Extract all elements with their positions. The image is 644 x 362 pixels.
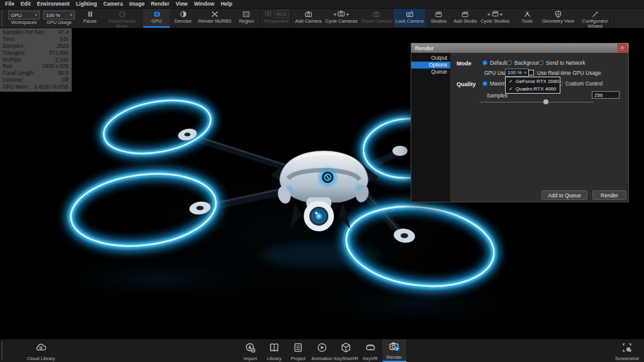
menu-lighting[interactable]: Lighting: [73, 0, 101, 8]
render-dialog-sidebar: Output Options Queue: [411, 53, 450, 202]
geometry-view-label: Geometry View: [542, 19, 574, 24]
dock-item-import[interactable]: Import: [238, 339, 262, 362]
cycle-studios-label: Cycle Studios: [480, 19, 509, 24]
gpu-usage-combo-value: 100 %: [508, 70, 522, 75]
next-arrow-icon[interactable]: ▸: [501, 11, 503, 17]
pause-button[interactable]: Pause: [77, 9, 103, 28]
play-icon: [316, 342, 328, 356]
shield-icon: [554, 10, 562, 18]
reset-camera-button[interactable]: Reset Camera: [360, 9, 394, 28]
realtime-gpu-usage-checkbox[interactable]: [528, 70, 534, 75]
stat-samples: Samples:2529: [3, 43, 69, 50]
toolbar-separator: [142, 10, 143, 26]
radio-default[interactable]: Default: [482, 60, 507, 66]
perspective-label: Perspective: [264, 19, 289, 24]
dock-drag-handle[interactable]: [1, 342, 3, 359]
radio-custom-control[interactable]: Custom Control: [558, 80, 602, 87]
check-icon: ✓: [509, 86, 513, 92]
pause-icon: [86, 10, 94, 18]
vr-headset-icon: [365, 342, 376, 356]
menu-render[interactable]: Render: [148, 0, 172, 8]
samples-slider-handle[interactable]: [543, 99, 548, 104]
perspective-control[interactable]: 50.0 Perspective: [262, 9, 291, 28]
workspaces-select[interactable]: GPU▾: [8, 11, 40, 19]
prev-arrow-icon[interactable]: ◂: [333, 11, 336, 17]
radio-dot: [482, 60, 487, 65]
gpu-device-dropdown: ✓ GeForce RTX 2080 ✓ Quadro RTX 4000: [505, 77, 560, 94]
prev-arrow-icon[interactable]: ◂: [487, 11, 490, 17]
denoise-button[interactable]: Denoise: [170, 9, 196, 28]
dropdown-item-quadro-rtx-4000[interactable]: ✓ Quadro RTX 4000: [506, 85, 560, 93]
book-icon: [269, 342, 280, 356]
render-nurbs-label: Render NURBS: [198, 19, 231, 24]
menu-image[interactable]: Image: [126, 0, 148, 8]
gpu-mode-label: GPU: [152, 19, 162, 24]
next-arrow-icon[interactable]: ▸: [347, 11, 349, 17]
close-icon[interactable]: x: [618, 44, 627, 52]
add-camera-button[interactable]: Add Camera: [293, 9, 323, 28]
toolbar-separator: [512, 10, 513, 26]
configurator-wizard-button[interactable]: Configurator Wizard: [576, 9, 614, 28]
dock-item-library[interactable]: Library: [262, 339, 286, 362]
radio-send-to-network[interactable]: Send to Network: [538, 60, 586, 66]
menu-camera[interactable]: Camera: [100, 0, 126, 8]
dock-item-keyvr[interactable]: KeyVR: [358, 339, 382, 362]
stat-time: Time:53s: [3, 36, 69, 43]
dropdown-item-geforce-rtx-2080[interactable]: ✓ GeForce RTX 2080: [506, 78, 560, 85]
performance-mode-button[interactable]: Performance Mode: [103, 9, 141, 28]
cycle-cameras-label: Cycle Cameras: [325, 19, 357, 24]
lock-camera-button[interactable]: Lock Camera: [394, 9, 426, 28]
denoise-label: Denoise: [174, 19, 192, 24]
tab-queue[interactable]: Queue: [411, 69, 450, 75]
gpu-chip-icon: [153, 10, 161, 18]
stat-samples-per-sec: Samples Per Sec:47.4: [3, 29, 69, 36]
geometry-view-button[interactable]: Geometry View: [540, 9, 576, 28]
radio-background[interactable]: Background: [507, 60, 543, 66]
samples-slider-track[interactable]: [480, 102, 593, 102]
toolbar-drag-handle[interactable]: [1, 11, 6, 26]
menu-help[interactable]: Help: [218, 0, 235, 8]
dock-item-keyshotxr[interactable]: KeyShotXR: [334, 339, 358, 362]
screenshot-label: Screenshot: [615, 356, 639, 361]
menu-view[interactable]: View: [172, 0, 191, 8]
workspaces-dropdown[interactable]: GPU▾ Workspaces: [6, 9, 42, 28]
dock-item-animation[interactable]: Animation: [310, 339, 334, 362]
cloud-icon: [35, 342, 47, 356]
quality-label: Quality: [457, 81, 476, 87]
add-to-queue-button[interactable]: Add to Queue: [541, 190, 587, 200]
render-dialog-titlebar[interactable]: Render x: [411, 43, 628, 53]
cycle-cameras-button[interactable]: ◂▸ Cycle Cameras: [323, 9, 359, 28]
studios-label: Studios: [431, 19, 447, 24]
gpu-mode-button[interactable]: GPU: [143, 9, 170, 28]
screenshot-button[interactable]: Screenshot: [615, 339, 639, 362]
cycle-studios-button[interactable]: ◂▸ Cycle Studios: [479, 9, 511, 28]
radio-dot: [507, 60, 512, 65]
configurator-wizard-label: Configurator Wizard: [578, 19, 612, 30]
camera-icon: [304, 10, 313, 18]
menu-edit[interactable]: Edit: [18, 0, 34, 8]
region-button[interactable]: Region: [233, 9, 260, 28]
render-nurbs-button[interactable]: Render NURBS: [196, 9, 233, 28]
cloud-library-button[interactable]: Cloud Library: [27, 339, 55, 362]
tab-output[interactable]: Output: [411, 55, 450, 62]
workspaces-value: GPU: [11, 13, 21, 18]
tools-button[interactable]: Tools: [514, 9, 540, 28]
gpu-usage-combo[interactable]: 100 % ▾: [505, 69, 529, 77]
camera-lock-icon: [406, 10, 414, 18]
dock-item-project[interactable]: Project: [286, 339, 310, 362]
menu-file[interactable]: File: [2, 0, 18, 8]
menu-environment[interactable]: Environment: [34, 0, 73, 8]
gpu-usage-select[interactable]: 100 %▾: [43, 11, 75, 19]
studios-button[interactable]: Studios: [425, 9, 452, 28]
main-toolbar: GPU▾ Workspaces 100 %▾ GPU Usage Pause P…: [0, 9, 644, 28]
gpu-usage-dropdown[interactable]: 100 %▾ GPU Usage: [42, 9, 77, 28]
stat-res: Res:1918 x 925: [3, 63, 69, 70]
chevron-down-icon: ▾: [70, 13, 72, 18]
menu-window[interactable]: Window: [191, 0, 218, 8]
render-button[interactable]: Render: [592, 190, 626, 200]
dock-item-render[interactable]: Render: [382, 339, 406, 362]
tab-options[interactable]: Options: [411, 62, 450, 69]
project-label: Project: [291, 356, 305, 361]
samples-input[interactable]: 256: [592, 91, 619, 99]
add-studio-button[interactable]: Add Studio: [452, 9, 479, 28]
